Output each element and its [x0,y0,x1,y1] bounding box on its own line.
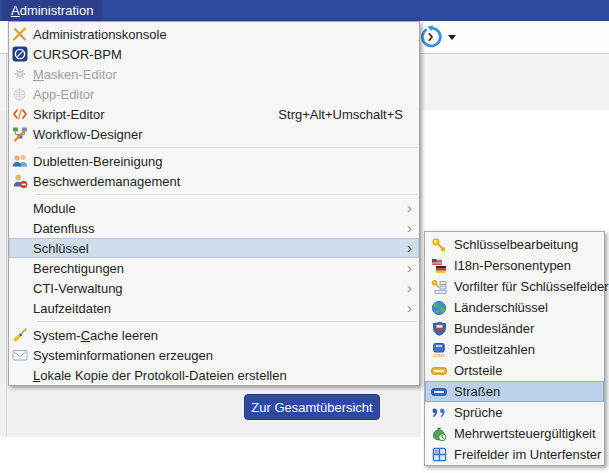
submenu-item-schluesselbearbeitung[interactable]: Schlüsselbearbeitung [425,234,604,255]
menu-item-cursor-bpm[interactable]: CURSOR-BPM [9,44,419,64]
svg-text:12345: 12345 [433,353,445,358]
submenu-item-strassen[interactable]: Straßen [425,381,604,402]
globe-icon [430,300,448,316]
menu-item-dubletten-bereinigung[interactable]: Dubletten-Bereinigung [9,151,419,171]
menu-item-system-cache-leeren[interactable]: System-Cache leeren [9,325,419,345]
menu-item-app-editor[interactable]: App-Editor [9,84,419,104]
submenu-item-label: I18n-Personentypen [454,258,571,273]
submenu-item-mehrwertsteuer[interactable]: Mehrwertsteuergültigkeit [425,423,604,444]
menu-item-masken-editor[interactable]: Masken-Editor [9,64,419,84]
chevron-right-icon: › [407,203,415,213]
submenu-item-ortsteile[interactable]: Ortsteile [425,360,604,381]
menu-item-label: Masken-Editor [33,67,117,82]
sign-blue-icon [430,384,448,400]
menu-item-label: CTI-Verwaltung [33,281,123,296]
chevron-right-icon: › [407,283,415,293]
menu-item-label: Beschwerdemanagement [33,174,180,189]
code-icon [11,106,28,122]
flags-icon [430,258,448,274]
submenu-item-label: Schlüsselbearbeitung [454,237,578,252]
chevron-right-icon: › [407,303,415,313]
menu-item-berechtigungen[interactable]: Berechtigungen › [9,258,419,278]
no-icon [11,280,28,296]
submenu-item-label: Postleitzahlen [454,342,535,357]
no-icon [11,200,28,216]
menu-item-schluessel[interactable]: Schlüssel › [9,238,419,258]
no-icon [11,300,28,316]
submenu-item-freifelder[interactable]: Freifelder im Unterfenster [425,444,604,465]
chevron-right-icon: › [407,223,415,233]
submenu-item-label: Mehrwertsteuergültigkeit [454,426,596,441]
menu-item-administrationskonsole[interactable]: Administrationskonsole [9,24,419,44]
person-minus-icon [11,173,28,189]
dropdown-caret-icon[interactable] [448,35,456,44]
shield-icon [430,321,448,337]
postbox-icon: 12345 [430,342,448,358]
workflow-pencil-icon [11,126,28,142]
key-icon [430,237,448,253]
submenu-item-laenderschluessel[interactable]: Länderschlüssel [425,297,604,318]
sign-gold-icon [430,363,448,379]
menu-item-label: Administrationskonsole [33,27,167,42]
no-icon [11,240,28,256]
menu-item-label: Systeminformationen erzeugen [33,348,213,363]
envelope-icon [11,347,28,363]
refresh-icon[interactable] [419,25,443,49]
menu-item-beschwerdemanagement[interactable]: Beschwerdemanagement [9,171,419,191]
menu-item-lokale-kopie-protokoll[interactable]: Lokale Kopie der Protokoll-Dateien erste… [9,365,419,385]
chevron-right-icon: › [407,243,415,253]
submenu-item-label: Länderschlüssel [454,300,548,315]
application-window: Administration Zur Gesamtübersicht Admin… [0,0,609,473]
menu-item-laufzeitdaten[interactable]: Laufzeitdaten › [9,298,419,318]
administration-menu: Administrationskonsole CURSOR-BPM M [8,21,420,386]
no-icon [11,260,28,276]
menu-item-label: System-Cache leeren [33,328,158,343]
menu-item-cti-verwaltung[interactable]: CTI-Verwaltung › [9,278,419,298]
menu-separator [37,321,417,322]
menu-item-label: CURSOR-BPM [33,47,122,62]
quotes-icon [430,405,448,421]
tools-icon [11,26,28,42]
menubar: Administration [0,0,609,21]
submenu-item-label: Freifelder im Unterfenster [454,447,601,462]
key-list-icon [430,279,448,295]
submenu-item-label: Bundesländer [454,321,534,336]
menu-separator [37,194,417,195]
menu-item-shortcut: Strg+Alt+Umschalt+S [278,107,415,122]
no-icon [11,220,28,236]
gear-icon [11,66,28,82]
menu-item-systeminformationen[interactable]: Systeminformationen erzeugen [9,345,419,365]
menu-item-datenfluss[interactable]: Datenfluss › [9,218,419,238]
submenu-item-sprueche[interactable]: Sprüche [425,402,604,423]
menu-item-label: Module [33,201,76,216]
menu-item-workflow-designer[interactable]: Workflow-Designer [9,124,419,144]
submenu-item-i18n-personentypen[interactable]: I18n-Personentypen [425,255,604,276]
broom-icon [11,327,28,343]
menu-item-label: Dubletten-Bereinigung [33,154,162,169]
submenu-item-postleitzahlen[interactable]: 12345 Postleitzahlen [425,339,604,360]
submenu-item-vorfilter[interactable]: Vorfilter für Schlüsselfelder [425,276,604,297]
menu-item-label: Workflow-Designer [33,127,143,142]
moneybag-clock-icon [430,426,448,442]
chevron-right-icon: › [407,263,415,273]
menu-item-label: Datenfluss [33,221,94,236]
menubar-item-administration[interactable]: Administration [2,0,102,21]
menu-item-skript-editor[interactable]: Skript-Editor Strg+Alt+Umschalt+S [9,104,419,124]
window-grid-icon [430,447,448,463]
bpm-icon [11,46,28,62]
submenu-item-label: Ortsteile [454,363,502,378]
menu-item-label: Schlüssel [33,241,89,256]
menu-item-module[interactable]: Module › [9,198,419,218]
two-persons-icon [11,153,28,169]
menu-separator [37,147,417,148]
menu-item-label: App-Editor [33,87,94,102]
menu-item-label: Skript-Editor [33,107,105,122]
submenu-item-bundeslaender[interactable]: Bundesländer [425,318,604,339]
app-grid-icon [11,86,28,102]
submenu-item-label: Straßen [454,384,500,399]
submenu-item-label: Vorfilter für Schlüsselfelder [454,279,609,294]
no-icon [11,367,28,383]
menu-item-label: Lokale Kopie der Protokoll-Dateien erste… [33,368,287,383]
menu-item-label: Laufzeitdaten [33,301,111,316]
overview-button[interactable]: Zur Gesamtübersicht [244,394,380,420]
